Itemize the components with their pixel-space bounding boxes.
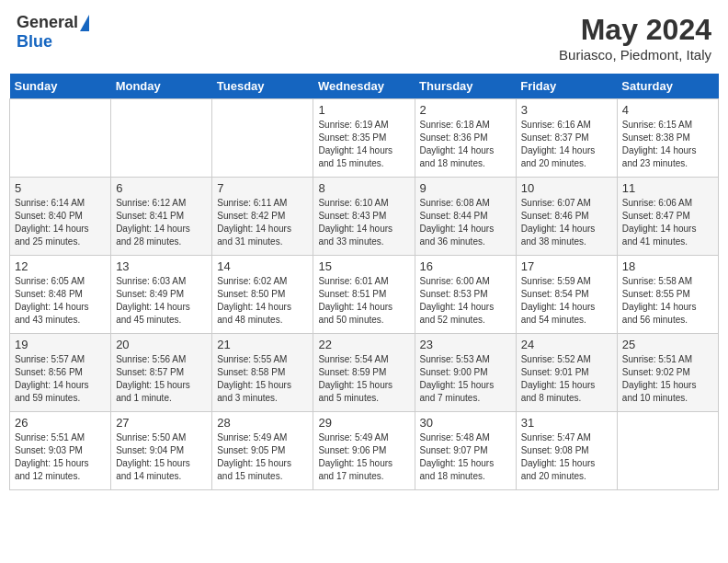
calendar-cell: 19Sunrise: 5:57 AMSunset: 8:56 PMDayligh… (10, 334, 111, 412)
calendar-cell: 21Sunrise: 5:55 AMSunset: 8:58 PMDayligh… (212, 334, 313, 412)
day-header-saturday: Saturday (617, 74, 718, 99)
day-info: Sunrise: 6:07 AMSunset: 8:46 PMDaylight:… (521, 197, 612, 248)
day-info: Sunrise: 5:52 AMSunset: 9:01 PMDaylight:… (521, 353, 612, 405)
logo-blue-text: Blue (17, 32, 52, 52)
day-number: 2 (420, 103, 511, 117)
logo-general-text: General (17, 13, 78, 32)
calendar-cell: 16Sunrise: 6:00 AMSunset: 8:53 PMDayligh… (415, 256, 516, 334)
day-number: 3 (521, 103, 612, 117)
day-info: Sunrise: 6:01 AMSunset: 8:51 PMDaylight:… (318, 275, 409, 327)
day-info: Sunrise: 5:55 AMSunset: 8:58 PMDaylight:… (217, 353, 308, 405)
day-info: Sunrise: 6:12 AMSunset: 8:41 PMDaylight:… (116, 197, 207, 248)
day-number: 7 (217, 181, 308, 195)
day-number: 16 (420, 259, 511, 273)
day-info: Sunrise: 5:48 AMSunset: 9:07 PMDaylight:… (420, 431, 511, 483)
calendar-cell (111, 99, 212, 178)
calendar-cell: 9Sunrise: 6:08 AMSunset: 8:44 PMDaylight… (415, 178, 516, 256)
calendar-cell: 4Sunrise: 6:15 AMSunset: 8:38 PMDaylight… (617, 99, 718, 178)
day-info: Sunrise: 5:53 AMSunset: 9:00 PMDaylight:… (420, 353, 511, 405)
day-number: 31 (521, 416, 612, 430)
calendar-cell: 20Sunrise: 5:56 AMSunset: 8:57 PMDayligh… (111, 334, 212, 412)
day-number: 23 (420, 338, 511, 351)
day-info: Sunrise: 5:57 AMSunset: 8:56 PMDaylight:… (15, 353, 106, 405)
day-number: 10 (521, 181, 612, 195)
day-info: Sunrise: 6:18 AMSunset: 8:36 PMDaylight:… (420, 119, 511, 170)
main-title: May 2024 (559, 13, 711, 47)
day-info: Sunrise: 6:06 AMSunset: 8:47 PMDaylight:… (622, 197, 713, 248)
calendar-cell (617, 412, 718, 490)
calendar-cell: 10Sunrise: 6:07 AMSunset: 8:46 PMDayligh… (516, 178, 617, 256)
calendar-cell: 3Sunrise: 6:16 AMSunset: 8:37 PMDaylight… (516, 99, 617, 178)
calendar-cell: 24Sunrise: 5:52 AMSunset: 9:01 PMDayligh… (516, 334, 617, 412)
day-number: 26 (15, 416, 106, 430)
day-info: Sunrise: 5:58 AMSunset: 8:55 PMDaylight:… (622, 275, 713, 327)
calendar-cell: 8Sunrise: 6:10 AMSunset: 8:43 PMDaylight… (313, 178, 415, 256)
calendar-cell: 22Sunrise: 5:54 AMSunset: 8:59 PMDayligh… (313, 334, 415, 412)
calendar-cell: 12Sunrise: 6:05 AMSunset: 8:48 PMDayligh… (10, 256, 111, 334)
calendar-cell: 2Sunrise: 6:18 AMSunset: 8:36 PMDaylight… (415, 99, 516, 178)
day-info: Sunrise: 6:02 AMSunset: 8:50 PMDaylight:… (217, 275, 308, 327)
day-info: Sunrise: 5:51 AMSunset: 9:02 PMDaylight:… (622, 353, 713, 405)
day-header-wednesday: Wednesday (313, 74, 415, 99)
day-info: Sunrise: 6:16 AMSunset: 8:37 PMDaylight:… (521, 119, 612, 170)
calendar-cell: 17Sunrise: 5:59 AMSunset: 8:54 PMDayligh… (516, 256, 617, 334)
calendar-cell: 6Sunrise: 6:12 AMSunset: 8:41 PMDaylight… (111, 178, 212, 256)
calendar-week-row: 5Sunrise: 6:14 AMSunset: 8:40 PMDaylight… (10, 178, 719, 256)
calendar-cell: 26Sunrise: 5:51 AMSunset: 9:03 PMDayligh… (10, 412, 111, 490)
day-number: 13 (116, 259, 207, 273)
day-info: Sunrise: 5:51 AMSunset: 9:03 PMDaylight:… (15, 431, 106, 483)
day-header-tuesday: Tuesday (212, 74, 313, 99)
day-info: Sunrise: 6:10 AMSunset: 8:43 PMDaylight:… (318, 197, 409, 248)
calendar-week-row: 1Sunrise: 6:19 AMSunset: 8:35 PMDaylight… (10, 99, 719, 178)
calendar-cell: 1Sunrise: 6:19 AMSunset: 8:35 PMDaylight… (313, 99, 415, 178)
calendar-cell: 18Sunrise: 5:58 AMSunset: 8:55 PMDayligh… (617, 256, 718, 334)
calendar-week-row: 19Sunrise: 5:57 AMSunset: 8:56 PMDayligh… (10, 334, 719, 412)
day-info: Sunrise: 6:19 AMSunset: 8:35 PMDaylight:… (318, 119, 409, 170)
day-number: 4 (622, 103, 713, 117)
day-number: 15 (318, 259, 409, 273)
logo: General Blue (17, 13, 89, 52)
calendar-cell: 7Sunrise: 6:11 AMSunset: 8:42 PMDaylight… (212, 178, 313, 256)
day-info: Sunrise: 5:59 AMSunset: 8:54 PMDaylight:… (521, 275, 612, 327)
calendar-cell: 13Sunrise: 6:03 AMSunset: 8:49 PMDayligh… (111, 256, 212, 334)
day-info: Sunrise: 5:56 AMSunset: 8:57 PMDaylight:… (116, 353, 207, 405)
day-number: 20 (116, 338, 207, 351)
day-info: Sunrise: 6:00 AMSunset: 8:53 PMDaylight:… (420, 275, 511, 327)
day-header-thursday: Thursday (415, 74, 516, 99)
day-info: Sunrise: 6:03 AMSunset: 8:49 PMDaylight:… (116, 275, 207, 327)
calendar-cell (10, 99, 111, 178)
day-number: 19 (15, 338, 106, 351)
calendar-week-row: 12Sunrise: 6:05 AMSunset: 8:48 PMDayligh… (10, 256, 719, 334)
calendar-cell: 28Sunrise: 5:49 AMSunset: 9:05 PMDayligh… (212, 412, 313, 490)
day-header-sunday: Sunday (10, 74, 111, 99)
day-number: 27 (116, 416, 207, 430)
calendar-cell: 31Sunrise: 5:47 AMSunset: 9:08 PMDayligh… (516, 412, 617, 490)
day-number: 25 (622, 338, 713, 351)
day-info: Sunrise: 6:11 AMSunset: 8:42 PMDaylight:… (217, 197, 308, 248)
calendar-table: SundayMondayTuesdayWednesdayThursdayFrid… (9, 74, 719, 490)
day-info: Sunrise: 5:54 AMSunset: 8:59 PMDaylight:… (318, 353, 409, 405)
day-number: 22 (318, 338, 409, 351)
day-number: 5 (15, 181, 106, 195)
day-number: 29 (318, 416, 409, 430)
day-number: 9 (420, 181, 511, 195)
day-info: Sunrise: 5:47 AMSunset: 9:08 PMDaylight:… (521, 431, 612, 483)
calendar-cell: 27Sunrise: 5:50 AMSunset: 9:04 PMDayligh… (111, 412, 212, 490)
day-header-monday: Monday (111, 74, 212, 99)
calendar-cell: 14Sunrise: 6:02 AMSunset: 8:50 PMDayligh… (212, 256, 313, 334)
day-number: 18 (622, 259, 713, 273)
title-area: May 2024 Buriasco, Piedmont, Italy (559, 13, 711, 63)
day-number: 12 (15, 259, 106, 273)
calendar-cell: 30Sunrise: 5:48 AMSunset: 9:07 PMDayligh… (415, 412, 516, 490)
day-number: 30 (420, 416, 511, 430)
calendar-cell (212, 99, 313, 178)
day-header-friday: Friday (516, 74, 617, 99)
day-info: Sunrise: 6:05 AMSunset: 8:48 PMDaylight:… (15, 275, 106, 327)
calendar-cell: 23Sunrise: 5:53 AMSunset: 9:00 PMDayligh… (415, 334, 516, 412)
day-number: 21 (217, 338, 308, 351)
subtitle: Buriasco, Piedmont, Italy (559, 47, 711, 63)
calendar-cell: 29Sunrise: 5:49 AMSunset: 9:06 PMDayligh… (313, 412, 415, 490)
calendar-week-row: 26Sunrise: 5:51 AMSunset: 9:03 PMDayligh… (10, 412, 719, 490)
day-number: 1 (318, 103, 409, 117)
calendar-cell: 11Sunrise: 6:06 AMSunset: 8:47 PMDayligh… (617, 178, 718, 256)
